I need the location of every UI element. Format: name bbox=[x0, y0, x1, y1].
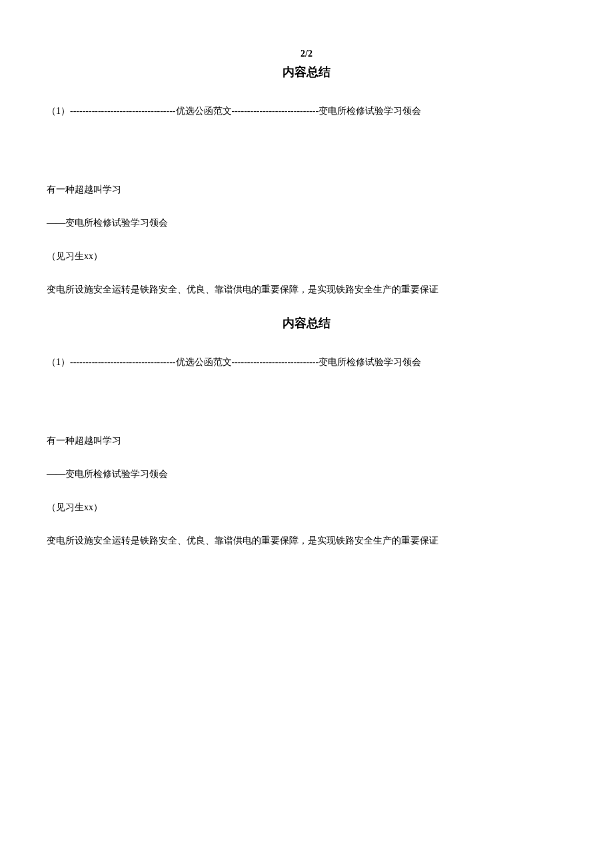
paragraph-1-5: 变电所设施安全运转是铁路安全、优良、靠谱供电的重要保障，是实现铁路安全生产的重要… bbox=[47, 280, 566, 299]
paragraph-1-3: ——变电所检修试验学习领会 bbox=[47, 214, 566, 232]
paragraph-2-1: （1）----------------------------------优选公… bbox=[47, 353, 566, 372]
paragraph-1-2: 有一种超越叫学习 bbox=[47, 181, 566, 199]
section-title-2: 内容总结 bbox=[47, 314, 566, 333]
paragraph-1-4: （见习生xx） bbox=[47, 247, 566, 266]
paragraph-2-2: 有一种超越叫学习 bbox=[47, 432, 566, 450]
page-number: 2/2 bbox=[47, 47, 566, 61]
paragraph-2-4: （见习生xx） bbox=[47, 498, 566, 517]
paragraph-2-3: ——变电所检修试验学习领会 bbox=[47, 465, 566, 484]
section-title-1: 内容总结 bbox=[47, 63, 566, 82]
paragraph-1-1: （1）----------------------------------优选公… bbox=[47, 102, 566, 121]
paragraph-2-5: 变电所设施安全运转是铁路安全、优良、靠谱供电的重要保障，是实现铁路安全生产的重要… bbox=[47, 532, 566, 550]
